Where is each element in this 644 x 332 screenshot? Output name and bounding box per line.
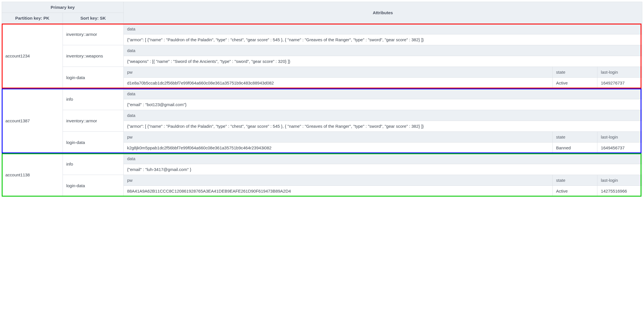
attr-value-cell: {"armor": [ {"name" : "Pauldron of the P… xyxy=(123,121,642,132)
attr-value-cell: {"email" : "bot123@gmail.com"} xyxy=(123,99,642,110)
table-row: login-datapwstatelast-login xyxy=(2,175,642,186)
table-row: account1234inventory::armordata xyxy=(2,24,642,34)
header-attributes: Attributes xyxy=(123,2,642,24)
attr-value-cell: Active xyxy=(552,186,597,197)
attr-value-cell: Active xyxy=(552,78,597,88)
table-row: inventory::armordata xyxy=(2,110,642,121)
attr-label-cell: last-login xyxy=(597,132,642,143)
attr-label-cell: state xyxy=(552,132,597,143)
attr-label-cell: pw xyxy=(123,132,552,143)
sk-cell: login-data xyxy=(63,175,123,197)
header-primary-key: Primary key xyxy=(2,2,124,13)
attr-value-cell: Banned xyxy=(552,143,597,153)
sk-cell: inventory::armor xyxy=(63,110,123,132)
table-body: account1234inventory::armordata{"armor":… xyxy=(2,24,642,197)
attr-value-cell: {"armor": [ {"name" : "Pauldron of the P… xyxy=(123,34,642,45)
pk-cell: account1234 xyxy=(2,24,63,88)
attr-value-cell: {"weapons" : [{ "name" : "Sword of the A… xyxy=(123,56,642,67)
attr-value-cell: d1e8a70b5ccab1dc2f56bbf7e99f064a660c08e3… xyxy=(123,78,552,88)
sk-cell: login-data xyxy=(63,67,123,88)
sk-cell: info xyxy=(63,88,123,110)
attr-label-cell: data xyxy=(123,45,642,56)
attr-label-cell: data xyxy=(123,88,642,99)
attr-label-cell: state xyxy=(552,175,597,186)
attr-value-cell: 1649456737 xyxy=(597,143,642,153)
attr-label-cell: data xyxy=(123,110,642,121)
sk-cell: inventory::weapons xyxy=(63,45,123,67)
attr-label-cell: last-login xyxy=(597,67,642,78)
attr-value-cell: 1649276737 xyxy=(597,78,642,88)
table-row: account1138infodata xyxy=(2,153,642,164)
table-wrapper: Primary key Attributes Partition key: PK… xyxy=(2,2,642,197)
attr-label-cell: pw xyxy=(123,175,552,186)
header-pk: Partition key: PK xyxy=(2,13,63,24)
attr-value-cell: 14275516966 xyxy=(597,186,642,197)
table-row: login-datapwstatelast-login xyxy=(2,67,642,78)
attr-label-cell: state xyxy=(552,67,597,78)
header-sk: Sort key: SK xyxy=(63,13,123,24)
table-row: login-datapwstatelast-login xyxy=(2,132,642,143)
attr-value-cell: {"email" : "luh-3417@gmail.com" } xyxy=(123,164,642,175)
sk-cell: login-data xyxy=(63,132,123,153)
sk-cell: info xyxy=(63,153,123,175)
table-header: Primary key Attributes Partition key: PK… xyxy=(2,2,642,24)
pk-cell: account1387 xyxy=(2,88,63,153)
attr-value-cell: 88A41A9A62B11CCC8C120861928765A3EA41DEB9… xyxy=(123,186,552,197)
sk-cell: inventory::armor xyxy=(63,24,123,45)
dynamodb-table: Primary key Attributes Partition key: PK… xyxy=(2,2,642,197)
table-row: inventory::weaponsdata xyxy=(2,45,642,56)
pk-cell: account1138 xyxy=(2,153,63,197)
attr-label-cell: pw xyxy=(123,67,552,78)
attr-label-cell: last-login xyxy=(597,175,642,186)
attr-label-cell: data xyxy=(123,153,642,164)
table-row: account1387infodata xyxy=(2,88,642,99)
attr-label-cell: data xyxy=(123,24,642,34)
attr-value-cell: k2g8jk0m5ppab1dc2f56bbf7e99f064a660c08e3… xyxy=(123,143,552,153)
